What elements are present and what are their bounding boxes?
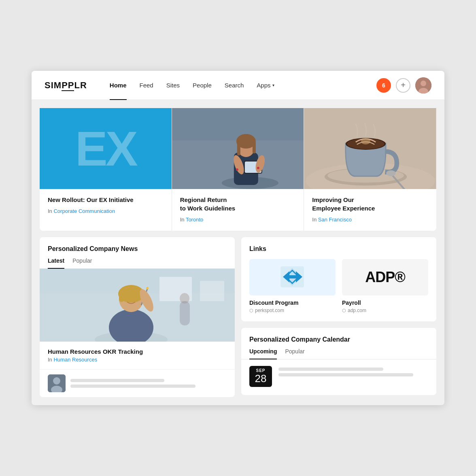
perkspot-logo [249, 259, 336, 295]
links-card: Links [241, 237, 436, 321]
card-woman-image [172, 108, 304, 189]
nav-link-apps[interactable]: Apps ▾ [250, 71, 280, 100]
notification-badge[interactable]: 6 [376, 78, 391, 93]
add-button[interactable]: + [396, 78, 410, 93]
adp-text: ADP® [365, 269, 405, 286]
news-card-header: Personalized Company News Latest Popular [40, 237, 235, 269]
card-return-title: Regional Returnto Work Guidelines [180, 196, 296, 212]
card-emp-exp-body: Improving OurEmployee Experience In San … [304, 189, 436, 231]
calendar-event: SEP 28 [249, 366, 428, 387]
nav-link-home[interactable]: Home [103, 71, 133, 100]
card-ex-title: New Rollout: Our EX Initiative [48, 196, 164, 204]
card-return-category-link[interactable]: Toronto [186, 217, 203, 223]
news-featured-image [40, 269, 235, 342]
cal-event-line-1 [278, 368, 383, 371]
author-line-detail [70, 385, 196, 388]
news-card-title: Personalized Company News [48, 245, 227, 253]
news-item-title: Human Resources OKR Tracking [48, 348, 227, 355]
avatar-image [415, 77, 431, 94]
apps-arrow-icon: ▾ [272, 83, 274, 87]
discount-link-url: ⬡ perkspot.com [249, 308, 336, 313]
payroll-link-name: Payroll [342, 300, 428, 306]
news-author-row [40, 369, 235, 397]
nav-link-feed[interactable]: Feed [133, 71, 160, 100]
news-item-category-link[interactable]: Human Resources [53, 357, 97, 363]
user-avatar[interactable] [415, 77, 431, 94]
calendar-date-block: SEP 28 [249, 366, 272, 387]
adp-logo: ADP® [342, 259, 428, 295]
svg-point-24 [361, 138, 370, 144]
calendar-tabs: Upcoming Popular [241, 348, 436, 359]
news-item-body: Human Resources OKR Tracking In Human Re… [40, 342, 235, 369]
top-cards: EX New Rollout: Our EX Initiative In Cor… [40, 108, 436, 231]
link-item-payroll[interactable]: ADP® Payroll ⬡ adp.com [342, 259, 428, 313]
news-card: Personalized Company News Latest Popular [40, 237, 235, 397]
svg-rect-10 [237, 141, 240, 155]
links-grid: Discount Program ⬡ perkspot.com ADP® P [249, 259, 428, 313]
right-column: Links [241, 237, 436, 397]
svg-point-40 [180, 293, 189, 304]
bottom-row: Personalized Company News Latest Popular [40, 237, 436, 397]
card-employee-exp[interactable]: Improving OurEmployee Experience In San … [304, 108, 436, 231]
links-card-title: Links [249, 245, 428, 253]
news-item-meta: In Human Resources [48, 357, 227, 363]
card-emp-exp-title: Improving OurEmployee Experience [312, 196, 428, 212]
ex-letters: EX [75, 124, 136, 173]
svg-rect-30 [200, 281, 224, 301]
card-coffee-image [304, 108, 436, 189]
svg-rect-39 [180, 301, 190, 325]
svg-point-26 [387, 170, 396, 176]
card-ex-image: EX [40, 108, 172, 189]
discount-link-name: Discount Program [249, 300, 336, 306]
link-item-discount[interactable]: Discount Program ⬡ perkspot.com [249, 259, 336, 313]
card-ex-meta: In Corporate Communication [48, 208, 164, 214]
calendar-tab-upcoming[interactable]: Upcoming [249, 348, 277, 359]
nav: SIMPPLR Home Feed Sites People Search Ap… [32, 71, 444, 100]
card-ex-initiative[interactable]: EX New Rollout: Our EX Initiative In Cor… [40, 108, 172, 231]
app-container: SIMPPLR Home Feed Sites People Search Ap… [32, 71, 444, 405]
svg-point-37 [146, 287, 149, 289]
news-tab-latest[interactable]: Latest [48, 257, 64, 269]
author-line-name [70, 379, 164, 382]
nav-links: Home Feed Sites People Search Apps ▾ [103, 71, 376, 100]
card-ex-body: New Rollout: Our EX Initiative In Corpor… [40, 189, 172, 222]
external-link-icon-2: ⬡ [342, 308, 346, 313]
svg-rect-11 [252, 141, 255, 153]
card-return-meta: In Toronto [180, 217, 296, 223]
card-return-body: Regional Returnto Work Guidelines In Tor… [172, 189, 304, 231]
nav-actions: 6 + [376, 77, 431, 94]
payroll-link-url: ⬡ adp.com [342, 308, 428, 313]
external-link-icon: ⬡ [249, 308, 253, 313]
news-tab-popular[interactable]: Popular [72, 257, 92, 268]
nav-link-people[interactable]: People [186, 71, 218, 100]
svg-point-17 [257, 167, 259, 169]
card-emp-exp-category-link[interactable]: San Francisco [318, 217, 352, 223]
svg-point-1 [421, 81, 426, 86]
card-return-work[interactable]: Regional Returnto Work Guidelines In Tor… [172, 108, 304, 231]
card-emp-exp-meta: In San Francisco [312, 217, 428, 223]
author-lines [70, 379, 227, 388]
calendar-card-title: Personalized Company Calendar [249, 336, 428, 343]
cal-event-lines [278, 366, 428, 376]
svg-point-42 [53, 377, 60, 385]
main-content: EX New Rollout: Our EX Initiative In Cor… [32, 100, 444, 405]
calendar-tab-popular[interactable]: Popular [285, 348, 304, 359]
author-avatar [48, 374, 66, 392]
cal-event-line-2 [278, 373, 413, 376]
nav-link-sites[interactable]: Sites [160, 71, 186, 100]
cal-day: 28 [253, 373, 269, 385]
nav-link-search[interactable]: Search [218, 71, 251, 100]
news-tabs: Latest Popular [40, 257, 235, 269]
svg-rect-35 [119, 294, 124, 302]
card-ex-category-link[interactable]: Corporate Communication [53, 208, 115, 214]
calendar-card: Personalized Company Calendar Upcoming P… [241, 328, 436, 395]
ex-background: EX [40, 108, 172, 189]
svg-point-16 [236, 168, 238, 171]
logo: SIMPPLR [45, 80, 87, 91]
